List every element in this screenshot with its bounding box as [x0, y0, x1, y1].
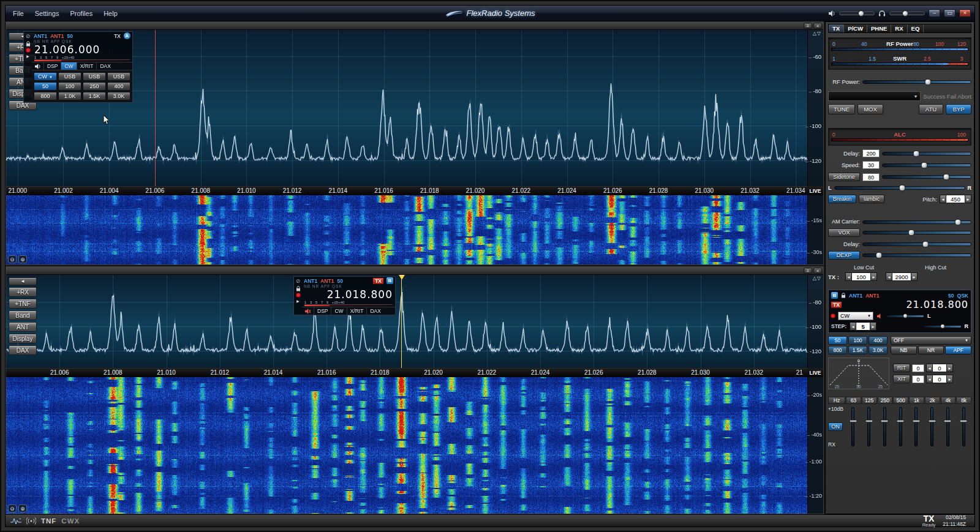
- dexp-button[interactable]: DEXP: [828, 251, 860, 260]
- flag-tab-dsp[interactable]: DSP: [43, 62, 61, 70]
- flag-tab-dsp[interactable]: DSP: [314, 307, 331, 315]
- tx-active-badge[interactable]: TX: [831, 302, 842, 308]
- eq-on-button[interactable]: ON: [828, 422, 843, 431]
- flag-tab-cw[interactable]: CW: [61, 62, 76, 70]
- tx-antenna-label[interactable]: ANT1: [320, 278, 334, 284]
- pitch-stepper[interactable]: ◄ 450 ►: [940, 195, 971, 203]
- mode-button-usb[interactable]: USB: [107, 72, 130, 81]
- slice-b-right-gain-slider[interactable]: [924, 325, 962, 328]
- lock-icon[interactable]: [841, 293, 846, 298]
- record-icon[interactable]: [296, 293, 300, 297]
- play-icon[interactable]: ▶: [26, 54, 29, 58]
- atu-button[interactable]: ATU: [919, 104, 943, 114]
- slice-b-frequency[interactable]: 21.018.800: [845, 299, 968, 310]
- sidebar-item-rx[interactable]: +RX: [9, 287, 37, 297]
- increment-icon[interactable]: ►: [870, 322, 876, 331]
- slice-flag-a[interactable]: ⊘ ▶ ANT1 ANT1 50 TX: [23, 31, 133, 103]
- cw-delay-slider[interactable]: [882, 152, 971, 155]
- audio-mute-icon[interactable]: [302, 307, 314, 315]
- rit-offset[interactable]: 0: [933, 364, 946, 372]
- filter-1.5k[interactable]: 1.5K: [848, 346, 867, 354]
- increment-icon[interactable]: ►: [870, 272, 877, 281]
- slice-a-frequency[interactable]: 21.006.000: [32, 43, 132, 56]
- tab-tx[interactable]: TX: [829, 24, 844, 32]
- tnf-button[interactable]: TNF: [41, 517, 56, 525]
- byp-button[interactable]: BYP: [946, 104, 971, 114]
- vox-button[interactable]: VOX: [828, 228, 860, 237]
- lock-icon[interactable]: [296, 286, 301, 291]
- zoom-out-icon[interactable]: ⊖: [8, 255, 17, 263]
- flag-tab-cw[interactable]: CW: [331, 307, 346, 315]
- pan-b-close-icon[interactable]: ×: [813, 268, 822, 274]
- menu-settings[interactable]: Settings: [35, 10, 59, 17]
- menu-help[interactable]: Help: [104, 10, 118, 17]
- pitch-value[interactable]: 450: [946, 195, 965, 203]
- flag-tab-xrit[interactable]: X/RIT: [77, 62, 97, 70]
- sidebar-item-display[interactable]: Display: [9, 334, 37, 343]
- sidetone-slider[interactable]: [882, 175, 971, 179]
- flag-tab-xrit[interactable]: X/RIT: [347, 307, 367, 315]
- xit-value[interactable]: 0: [912, 375, 924, 383]
- tx-active-badge[interactable]: TX: [373, 278, 383, 284]
- tab-phne[interactable]: PHNE: [867, 24, 891, 32]
- high-cut-value[interactable]: 2900: [892, 272, 911, 281]
- low-cut-stepper[interactable]: ◄ 100 ►: [845, 272, 877, 281]
- rit-value[interactable]: 0: [912, 364, 924, 372]
- slice-b-left-gain-slider[interactable]: [886, 315, 924, 318]
- frequency-scale-a[interactable]: 21.00021.00221.00421.00621.00821.01021.0…: [6, 186, 807, 195]
- tx-antenna-label[interactable]: ANT1: [865, 293, 879, 299]
- tx-antenna-label[interactable]: ANT1: [50, 33, 64, 39]
- lock-icon[interactable]: [26, 41, 31, 47]
- filter-button-800[interactable]: 800: [34, 92, 57, 100]
- headphone-volume-slider[interactable]: [889, 12, 925, 15]
- vox-delay-slider[interactable]: [862, 242, 971, 246]
- flag-tab-dax[interactable]: DAX: [96, 62, 113, 70]
- decrement-icon[interactable]: ◄: [886, 272, 892, 281]
- sidetone-button[interactable]: Sidetone: [828, 173, 860, 181]
- eq-slider-4k[interactable]: [940, 405, 956, 448]
- dsp-apf-button[interactable]: APF: [945, 346, 971, 354]
- minimize-button[interactable]: –: [929, 9, 940, 17]
- waterfall-b-canvas[interactable]: [6, 377, 807, 514]
- rit-stepper[interactable]: ◄ 0 ►: [926, 364, 953, 372]
- filter-button-50[interactable]: 50: [34, 82, 57, 91]
- slash-circle-icon[interactable]: ⊘: [26, 33, 31, 39]
- eq-slider-500[interactable]: [892, 405, 908, 448]
- cw-speed-slider[interactable]: [882, 163, 971, 167]
- dsp-nr-button[interactable]: NR: [918, 346, 944, 354]
- menu-file[interactable]: File: [13, 10, 24, 17]
- slice-b-marker[interactable]: [401, 275, 402, 368]
- sidetone-value[interactable]: 80: [862, 173, 880, 181]
- sidebar-item-tnf[interactable]: +TNF: [9, 299, 37, 309]
- menu-profiles[interactable]: Profiles: [70, 10, 92, 17]
- cw-delay-value[interactable]: 200: [862, 149, 880, 157]
- filter-button-400[interactable]: 400: [107, 82, 130, 91]
- filter-100[interactable]: 100: [848, 336, 867, 345]
- spectrum-b-canvas[interactable]: [6, 275, 807, 368]
- maximize-button[interactable]: ▭: [944, 9, 956, 17]
- pan-b-menu-icon[interactable]: ≡: [804, 268, 812, 274]
- step-value[interactable]: 5: [856, 322, 870, 331]
- dsp-nb-button[interactable]: NB: [891, 346, 917, 354]
- high-cut-stepper[interactable]: ◄ 2900 ►: [886, 272, 918, 281]
- mox-button[interactable]: MOX: [858, 104, 883, 114]
- increment-icon[interactable]: ►: [946, 375, 953, 383]
- eq-slider-2k[interactable]: [924, 405, 940, 448]
- increment-icon[interactable]: ►: [911, 272, 918, 281]
- scroll-up-down-icon[interactable]: △▽: [813, 31, 821, 36]
- audio-unmute-icon[interactable]: [32, 62, 43, 70]
- mode-button-usb[interactable]: USB: [83, 72, 106, 81]
- play-icon[interactable]: ▶: [296, 299, 300, 303]
- filter-button-1.5k[interactable]: 1.5K: [83, 92, 106, 100]
- filter-button-3.0k[interactable]: 3.0K: [107, 92, 130, 100]
- mode-button-cw[interactable]: CW▼: [34, 72, 57, 81]
- rx-antenna-label[interactable]: ANT1: [849, 293, 862, 299]
- xit-offset[interactable]: 0: [933, 375, 946, 383]
- waveform-icon[interactable]: +: [10, 517, 21, 525]
- step-stepper[interactable]: ◄ 5 ►: [850, 322, 876, 331]
- cw-monitor-pan-slider[interactable]: [834, 186, 965, 190]
- eq-slider-8k[interactable]: [956, 405, 971, 448]
- spectrum-b[interactable]: ◄+RX+TNFBandANTDisplayDAX ⊘ ▶: [6, 275, 807, 368]
- rf-power-slider[interactable]: [862, 80, 971, 84]
- rx-antenna-label[interactable]: ANT1: [304, 278, 317, 284]
